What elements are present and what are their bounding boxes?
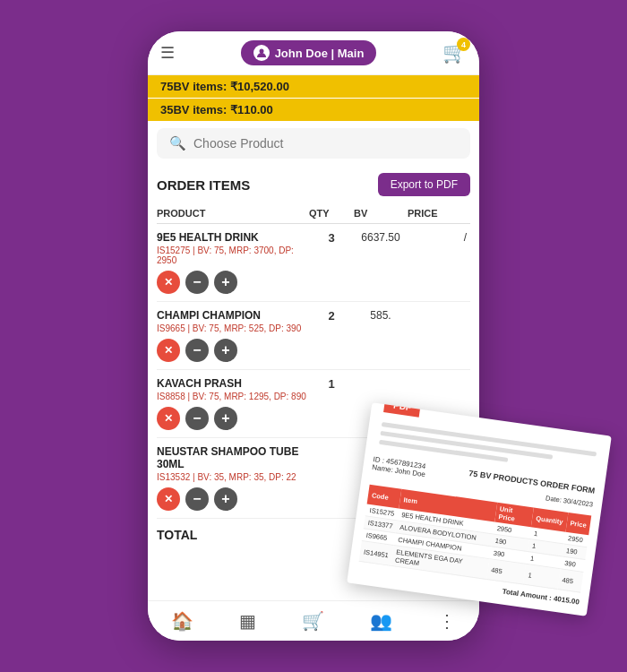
delete-button[interactable]: ✕ [157, 487, 180, 511]
product-name: KAVACH PRASH [157, 377, 309, 390]
nav-more[interactable]: ⋮ [438, 610, 456, 632]
product-price: / [408, 231, 470, 244]
pdf-cell-price: 485 [557, 569, 583, 592]
table-header: PRODUCT QTY BV PRICE [157, 203, 470, 224]
search-bar: 🔍 [157, 128, 470, 159]
export-pdf-button[interactable]: Export to PDF [378, 173, 470, 196]
bv75-text: 75BV items: ₹10,520.00 [160, 80, 289, 93]
search-input[interactable] [193, 136, 458, 151]
person-icon [256, 47, 267, 58]
order-title: ORDER ITEMS [157, 177, 250, 193]
col-qty: QTY [309, 208, 354, 219]
user-icon [253, 45, 270, 61]
col-price: PRICE [408, 208, 470, 219]
increment-button[interactable]: + [214, 339, 237, 362]
bv35-banner: 35BV items: ₹110.00 [148, 99, 479, 121]
product-bv: 585. [354, 309, 408, 322]
pdf-overlay: PDF ID : 4567891234 Name: John Doe 75 BV… [347, 402, 612, 616]
product-meta: IS13532 | BV: 35, MRP: 35, DP: 22 [157, 472, 309, 482]
nav-grid[interactable]: ▦ [239, 610, 256, 632]
nav-cart[interactable]: 🛒 [302, 610, 324, 632]
product-qty: 1 [309, 377, 354, 391]
product-name: CHAMPI CHAMPION [157, 309, 309, 322]
product-name: 9E5 HEALTH DRINK [157, 231, 309, 244]
product-qty: 3 [309, 231, 354, 245]
phone-header: ☰ John Doe | Main 🛒 4 [148, 31, 479, 75]
delete-button[interactable]: ✕ [157, 271, 180, 294]
nav-users[interactable]: 👥 [370, 610, 392, 632]
order-header: ORDER ITEMS Export to PDF [157, 166, 470, 203]
decrement-button[interactable]: − [185, 407, 209, 430]
user-name: John Doe | Main [275, 47, 365, 60]
nav-home[interactable]: 🏠 [171, 610, 193, 632]
col-bv: BV [354, 208, 408, 219]
total-label: TOTAL [157, 528, 197, 542]
increment-button[interactable]: + [214, 407, 237, 430]
table-row: 9E5 HEALTH DRINK IS15275 | BV: 75, MRP: … [157, 224, 470, 302]
delete-button[interactable]: ✕ [157, 339, 180, 362]
bv35-text: 35BV items: ₹110.00 [160, 103, 273, 116]
delete-button[interactable]: ✕ [157, 407, 180, 430]
search-icon: 🔍 [169, 135, 186, 151]
increment-button[interactable]: + [214, 271, 237, 294]
svg-point-0 [259, 49, 263, 54]
user-badge[interactable]: John Doe | Main [241, 40, 377, 65]
decrement-button[interactable]: − [185, 487, 209, 511]
bottom-nav: 🏠 ▦ 🛒 👥 ⋮ [148, 600, 479, 641]
decrement-button[interactable]: − [185, 271, 209, 294]
pdf-cell-qty: 1 [523, 564, 560, 589]
product-qty: 2 [309, 309, 354, 323]
product-meta: IS8858 | BV: 75, MRP: 1295, DP: 890 [157, 392, 309, 401]
col-product: PRODUCT [157, 208, 309, 219]
product-name: NEUSTAR SHAMPOO TUBE 30ML [157, 445, 309, 470]
pdf-cell-unit: 485 [486, 559, 526, 585]
cart-button[interactable]: 🛒 4 [442, 41, 467, 65]
product-meta: IS15275 | BV: 75, MRP: 3700, DP: 2950 [157, 246, 309, 265]
cart-badge: 4 [457, 38, 470, 51]
menu-icon[interactable]: ☰ [160, 43, 175, 63]
product-bv: 6637.50 [354, 231, 408, 244]
product-meta: IS9665 | BV: 75, MRP: 525, DP: 390 [157, 323, 309, 333]
pdf-paper: PDF ID : 4567891234 Name: John Doe 75 BV… [347, 402, 612, 616]
bv75-banner: 75BV items: ₹10,520.00 [148, 75, 479, 98]
decrement-button[interactable]: − [185, 339, 209, 362]
increment-button[interactable]: + [214, 487, 237, 511]
table-row: CHAMPI CHAMPION IS9665 | BV: 75, MRP: 52… [157, 302, 470, 370]
pdf-cell-code: IS14951 [359, 541, 394, 566]
